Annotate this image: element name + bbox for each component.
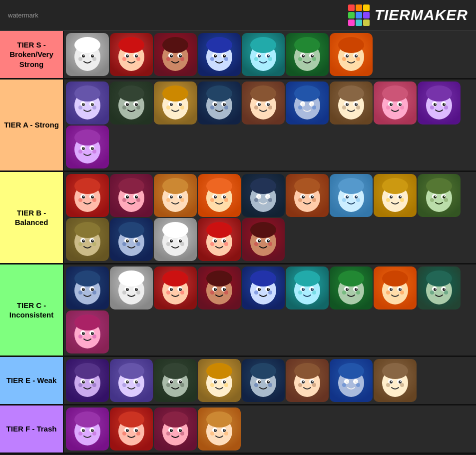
brawler-colonel-ruffs[interactable] — [110, 359, 153, 402]
svg-point-439 — [444, 290, 448, 294]
app-container: watermark TiERMAKER TIER S - Broken/Very… — [0, 0, 476, 454]
svg-point-459 — [92, 381, 93, 382]
svg-point-479 — [179, 380, 182, 384]
tier-content-s — [64, 31, 476, 78]
svg-point-326 — [215, 240, 216, 241]
svg-point-116 — [223, 103, 226, 106]
svg-point-57 — [294, 37, 320, 53]
brawler-nita[interactable] — [154, 266, 197, 310]
brawler-ruffs[interactable] — [110, 218, 153, 261]
svg-point-148 — [346, 103, 349, 106]
svg-point-442 — [74, 314, 100, 330]
svg-point-280 — [434, 196, 437, 198]
brawler-shelly[interactable] — [110, 174, 153, 217]
svg-point-229 — [210, 198, 214, 202]
brawler-piper[interactable] — [286, 82, 329, 124]
svg-point-371 — [180, 288, 181, 290]
brawler-lou[interactable] — [66, 218, 109, 261]
brawler-belle[interactable] — [286, 174, 329, 217]
brawler-dynamike[interactable] — [110, 408, 153, 450]
brawler-emz[interactable] — [154, 174, 197, 217]
svg-point-208 — [136, 198, 140, 202]
svg-point-379 — [214, 288, 217, 291]
brawler-rosa[interactable] — [66, 174, 109, 217]
svg-point-5 — [82, 54, 85, 58]
brawler-colt[interactable] — [66, 408, 109, 450]
svg-point-127 — [267, 103, 270, 106]
brawler-surge[interactable] — [330, 174, 373, 217]
svg-point-368 — [170, 288, 173, 291]
brawler-lola[interactable] — [66, 359, 109, 402]
brawler-frank[interactable] — [242, 82, 285, 124]
brawler-darryl[interactable] — [330, 359, 373, 402]
brawler-mortis[interactable] — [66, 33, 109, 76]
svg-point-398 — [294, 270, 320, 286]
svg-point-238 — [259, 196, 260, 197]
brawler-carl[interactable] — [66, 310, 109, 354]
svg-point-461 — [92, 383, 96, 387]
tier-label-a: TIER A - Strong — [0, 80, 64, 170]
brawler-bibi[interactable] — [286, 266, 329, 310]
brawler-gene[interactable] — [154, 82, 197, 124]
svg-point-494 — [224, 383, 228, 387]
brawler-sprout[interactable] — [154, 218, 197, 261]
brawler-edgar[interactable] — [198, 408, 241, 450]
brawler-brock[interactable] — [374, 82, 417, 124]
svg-point-230 — [224, 198, 228, 202]
svg-point-73 — [347, 55, 348, 56]
svg-point-16 — [126, 54, 129, 58]
brawler-penny[interactable] — [198, 174, 241, 217]
brawler-poco[interactable] — [418, 266, 461, 310]
brawler-bull[interactable] — [374, 266, 417, 310]
brawler-jacky[interactable] — [330, 82, 373, 124]
brawler-gale[interactable] — [198, 359, 241, 402]
svg-point-128 — [259, 104, 260, 104]
brawler-8-bit[interactable] — [418, 82, 461, 124]
svg-point-505 — [268, 383, 272, 387]
brawler-bo[interactable] — [66, 266, 109, 310]
svg-point-49 — [258, 54, 261, 58]
svg-point-310 — [162, 222, 188, 238]
brawler-ash[interactable] — [418, 174, 461, 217]
brawler-griff[interactable] — [374, 174, 417, 217]
brawler-rico[interactable] — [242, 266, 285, 310]
svg-point-204 — [135, 196, 138, 198]
svg-point-390 — [258, 288, 261, 291]
brawler-tick[interactable] — [198, 218, 241, 261]
tier-content-f — [64, 406, 476, 452]
svg-point-490 — [223, 380, 226, 384]
brawler-sandy[interactable] — [242, 33, 285, 76]
brawler-stu[interactable] — [242, 218, 285, 261]
brawler-squeak[interactable] — [154, 359, 197, 402]
brawler-bea[interactable] — [110, 266, 153, 310]
brawler-tara[interactable] — [66, 82, 109, 124]
brawler-el-primo[interactable] — [330, 266, 373, 310]
brawler-mr.p[interactable] — [66, 126, 109, 168]
svg-point-134 — [294, 86, 320, 102]
brawler-amber[interactable] — [330, 33, 373, 76]
svg-point-173 — [444, 104, 445, 104]
brawler-crow[interactable] — [154, 33, 197, 76]
brawler-jessie[interactable] — [198, 266, 241, 310]
svg-point-296 — [92, 242, 96, 246]
svg-point-151 — [356, 104, 357, 104]
svg-point-527 — [356, 383, 360, 387]
svg-point-82 — [82, 103, 85, 106]
brawler-janet[interactable] — [374, 359, 417, 402]
brawler-nani[interactable] — [198, 82, 241, 124]
brawler-pam[interactable] — [286, 359, 329, 402]
brawler-mega-knight[interactable] — [198, 33, 241, 76]
svg-point-559 — [122, 432, 126, 436]
brawler-max[interactable] — [110, 82, 153, 124]
brawler-colette[interactable] — [242, 174, 285, 217]
svg-point-512 — [311, 380, 314, 384]
brawler-leon[interactable] — [286, 33, 329, 76]
brawler-barley[interactable] — [242, 359, 285, 402]
svg-point-456 — [82, 380, 85, 384]
brawler-spike[interactable] — [110, 33, 153, 76]
svg-point-38 — [214, 54, 217, 58]
svg-point-42 — [210, 57, 214, 61]
brawler-buzz[interactable] — [154, 408, 197, 450]
svg-point-269 — [390, 196, 393, 198]
svg-point-8 — [92, 55, 93, 56]
